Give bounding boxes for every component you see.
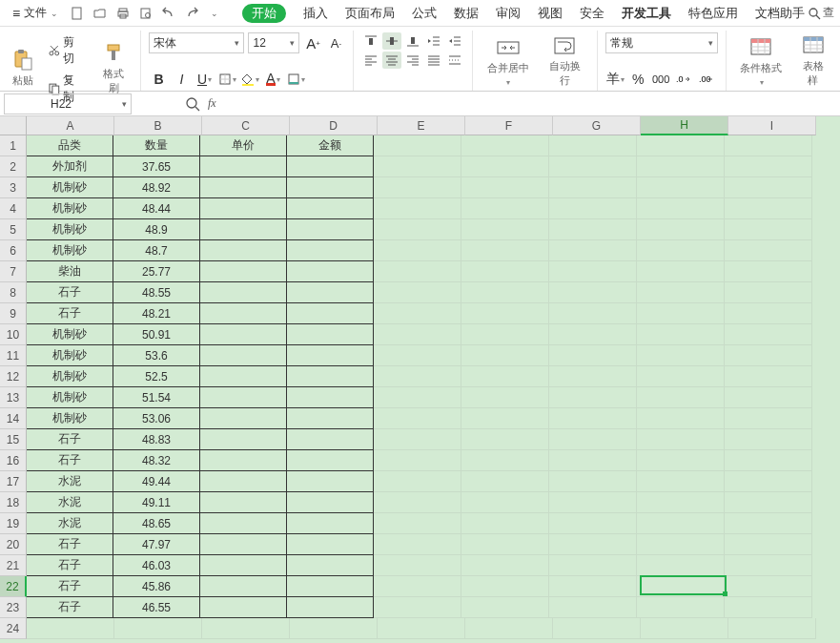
cell[interactable]	[461, 345, 549, 366]
cell[interactable]	[374, 408, 461, 429]
cell[interactable]	[549, 597, 637, 618]
cell[interactable]	[199, 260, 287, 282]
cell[interactable]	[725, 282, 812, 303]
cut-button[interactable]: 剪切	[44, 32, 89, 69]
open-icon[interactable]	[90, 3, 111, 24]
conditional-format-button[interactable]: 条件格式▾	[734, 34, 788, 92]
row-header-3[interactable]: 3	[0, 177, 27, 198]
cell[interactable]: 48.9	[113, 218, 200, 240]
cell[interactable]	[637, 408, 725, 429]
cell[interactable]	[553, 618, 641, 639]
row-header-24[interactable]: 24	[0, 618, 27, 639]
currency-button[interactable]: 羊▾	[605, 70, 625, 89]
cell[interactable]	[549, 471, 637, 492]
file-menu[interactable]: ≡ 文件 ⌄	[6, 2, 65, 24]
cell[interactable]: 水泥	[26, 491, 113, 513]
row-header-21[interactable]: 21	[0, 555, 27, 576]
print-preview-icon[interactable]	[135, 3, 156, 24]
cell[interactable]	[725, 513, 812, 534]
cell[interactable]	[549, 492, 637, 513]
cell[interactable]: 48.92	[113, 176, 200, 198]
cell[interactable]	[461, 555, 549, 576]
cell[interactable]: 机制砂	[26, 176, 113, 198]
cell[interactable]: 机制砂	[26, 386, 113, 408]
cell[interactable]: 机制砂	[26, 197, 113, 219]
cell[interactable]	[725, 366, 812, 387]
cell[interactable]	[199, 365, 287, 387]
cell[interactable]	[114, 618, 202, 639]
cell[interactable]	[461, 408, 549, 429]
cell[interactable]	[549, 387, 637, 408]
cell[interactable]	[286, 554, 374, 576]
cell[interactable]: 48.21	[113, 302, 200, 324]
cell[interactable]: 石子	[26, 428, 113, 450]
select-all-corner[interactable]	[0, 116, 27, 135]
cell[interactable]	[637, 492, 725, 513]
formula-input[interactable]	[216, 93, 840, 114]
cell[interactable]	[199, 302, 287, 324]
cell[interactable]: 石子	[26, 596, 113, 618]
cell[interactable]: 48.65	[113, 512, 200, 534]
cell[interactable]	[461, 387, 549, 408]
decrease-font-button[interactable]: A-	[326, 33, 345, 52]
increase-font-button[interactable]: A+	[303, 33, 322, 52]
decrease-decimal-button[interactable]: .00	[697, 70, 716, 89]
name-box[interactable]: H22 ▾	[4, 93, 132, 114]
cell[interactable]	[549, 555, 637, 576]
cell[interactable]	[549, 408, 637, 429]
row-header-2[interactable]: 2	[0, 156, 27, 177]
cell[interactable]	[725, 240, 812, 261]
cell[interactable]	[461, 261, 549, 282]
cell[interactable]	[637, 597, 725, 618]
cell[interactable]	[27, 618, 114, 639]
cell[interactable]: 49.44	[113, 470, 200, 492]
cell[interactable]: 机制砂	[26, 344, 113, 366]
cell[interactable]	[461, 240, 549, 261]
cell[interactable]	[725, 219, 812, 240]
comma-style-button[interactable]: 000	[651, 70, 670, 89]
col-header-G[interactable]: G	[553, 116, 641, 135]
cell[interactable]	[199, 218, 287, 240]
row-header-17[interactable]: 17	[0, 471, 27, 492]
cell[interactable]	[374, 261, 461, 282]
col-header-D[interactable]: D	[290, 116, 378, 135]
cell[interactable]	[725, 261, 812, 282]
cell[interactable]	[374, 513, 461, 534]
cell[interactable]: 机制砂	[26, 407, 113, 429]
cell[interactable]: 单价	[199, 135, 287, 156]
cell[interactable]	[725, 429, 812, 450]
cell[interactable]	[465, 618, 553, 639]
font-size-select[interactable]: 12▾	[248, 32, 299, 53]
cell[interactable]	[549, 303, 637, 324]
cell[interactable]	[461, 429, 549, 450]
cell[interactable]	[549, 576, 637, 597]
cell[interactable]	[549, 429, 637, 450]
cell[interactable]	[461, 219, 549, 240]
cell[interactable]	[637, 429, 725, 450]
cell[interactable]	[461, 576, 549, 597]
cell[interactable]: 25.77	[113, 260, 200, 282]
align-center-button[interactable]	[382, 52, 401, 69]
cell[interactable]	[286, 533, 374, 555]
font-color-button[interactable]: A▾	[263, 70, 282, 89]
cell[interactable]: 37.65	[113, 156, 200, 177]
cell[interactable]	[286, 218, 374, 240]
increase-indent-button[interactable]	[445, 32, 464, 50]
cell[interactable]	[549, 261, 637, 282]
cell[interactable]	[637, 303, 725, 324]
row-header-4[interactable]: 4	[0, 198, 27, 219]
cell[interactable]	[637, 534, 725, 555]
tab-6[interactable]: 视图	[538, 5, 563, 22]
cell-color-button[interactable]: ▾	[286, 70, 305, 89]
cell[interactable]	[549, 324, 637, 345]
cell[interactable]	[374, 492, 461, 513]
cell[interactable]	[374, 135, 461, 156]
cell[interactable]	[725, 303, 812, 324]
cell[interactable]	[199, 575, 287, 597]
cell[interactable]	[199, 554, 287, 576]
cell[interactable]	[549, 345, 637, 366]
print-icon[interactable]	[113, 3, 133, 24]
cell[interactable]: 机制砂	[26, 323, 113, 345]
cell[interactable]	[374, 177, 461, 198]
font-name-select[interactable]: 宋体▾	[149, 32, 244, 53]
